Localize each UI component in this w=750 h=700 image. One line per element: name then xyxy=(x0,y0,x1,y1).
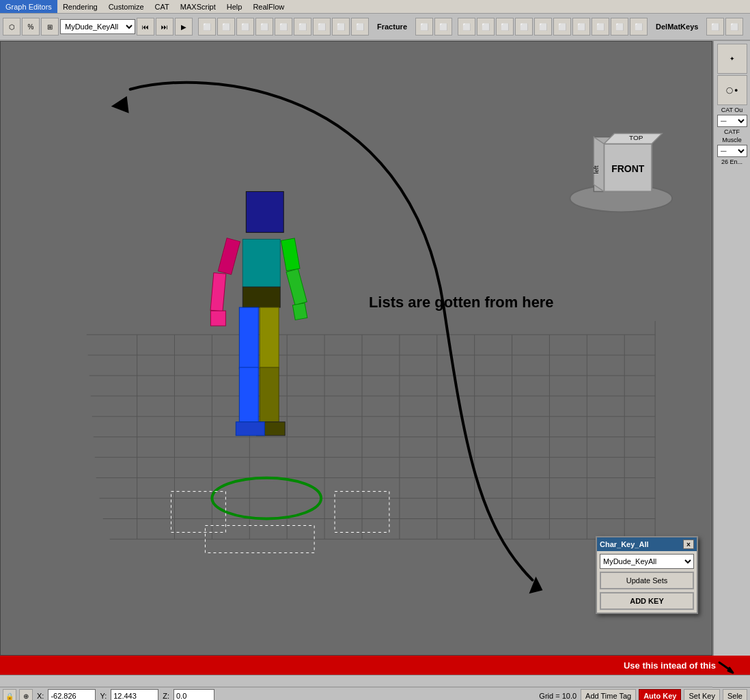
toolbar-icon-6[interactable]: ⬜ xyxy=(236,18,254,36)
toolbar-icon-23[interactable]: ⬜ xyxy=(611,18,628,36)
toolbar: ⬡ % ⊞ MyDude_KeyAll ⏮ ⏭ ▶ ⬜ ⬜ ⬜ ⬜ ⬜ ⬜ ⬜ … xyxy=(0,14,750,41)
play-btn[interactable]: ▶ xyxy=(175,18,193,36)
svg-rect-44 xyxy=(335,492,389,533)
update-sets-button[interactable]: Update Sets xyxy=(600,572,694,589)
svg-rect-30 xyxy=(286,269,307,305)
svg-rect-57 xyxy=(0,675,712,688)
toolbar-icon-26[interactable]: ⬜ xyxy=(725,18,743,36)
toolbar-icon-20[interactable]: ⬜ xyxy=(553,18,571,36)
toolbar-icon-7[interactable]: ⬜ xyxy=(255,18,273,36)
menu-rendering[interactable]: Rendering xyxy=(57,0,103,13)
toolbar-icon-25[interactable]: ⬜ xyxy=(706,18,724,36)
entries-text: 26 En... xyxy=(717,158,747,165)
toolbar-icon-17[interactable]: ⬜ xyxy=(496,18,514,36)
toolbar-icon-11[interactable]: ⬜ xyxy=(332,18,350,36)
svg-rect-41 xyxy=(236,422,264,436)
svg-rect-27 xyxy=(242,239,280,287)
toolbar-icon-15[interactable]: ⬜ xyxy=(458,18,475,36)
menu-maxscript[interactable]: MAXScript xyxy=(175,0,221,13)
svg-rect-28 xyxy=(246,191,283,232)
bottom-red-bar: Use this intead of this xyxy=(0,656,750,675)
svg-marker-54 xyxy=(529,576,543,593)
grid-label: Grid = 10.0 xyxy=(538,692,578,700)
dialog-titlebar: Char_Key_All × xyxy=(597,537,697,551)
toolbar-icon-21[interactable]: ⬜ xyxy=(572,18,590,36)
toolbar-icon-13[interactable]: ⬜ xyxy=(415,18,433,36)
toolbar-icon-1[interactable]: ⬡ xyxy=(3,18,20,36)
dialog-body: MyDude_KeyAll Update Sets ADD KEY xyxy=(597,551,697,613)
snap-icon[interactable]: ⊕ xyxy=(19,689,33,700)
cat-output-label: CAT Ou xyxy=(717,107,747,113)
menu-customize[interactable]: Customize xyxy=(103,0,150,13)
char-dropdown[interactable]: MyDude_KeyAll xyxy=(60,19,135,34)
rpanel-icon-2[interactable]: ◯ ● xyxy=(717,75,747,105)
menu-graph-editors[interactable]: Graph Editors xyxy=(0,0,57,13)
right-panel: ✦ ◯ ● CAT Ou — CATF Muscle — 26 En... xyxy=(712,41,750,656)
dialog-char-dropdown[interactable]: MyDude_KeyAll xyxy=(600,554,694,569)
toolbar-icon-10[interactable]: ⬜ xyxy=(313,18,331,36)
svg-text:FRONT: FRONT xyxy=(611,163,645,174)
select-button[interactable]: Sele xyxy=(723,689,747,700)
menu-cat[interactable]: CAT xyxy=(150,0,175,13)
dialog-close-button[interactable]: × xyxy=(683,540,694,549)
toolbar-icon-19[interactable]: ⬜ xyxy=(534,18,552,36)
rpanel-dropdown-1[interactable]: — xyxy=(717,115,747,127)
svg-rect-32 xyxy=(218,238,240,275)
toolbar-icon-22[interactable]: ⬜ xyxy=(592,18,609,36)
z-label: Z: xyxy=(161,692,171,700)
svg-rect-43 xyxy=(171,492,226,533)
rpanel-icon-1[interactable]: ✦ xyxy=(717,44,747,74)
toolbar-icon-18[interactable]: ⬜ xyxy=(515,18,533,36)
svg-rect-29 xyxy=(281,238,300,271)
menu-realflow[interactable]: RealFlow xyxy=(247,0,290,13)
svg-text:TOP: TOP xyxy=(629,134,643,141)
add-time-tag-button[interactable]: Add Time Tag xyxy=(581,689,636,700)
svg-rect-31 xyxy=(292,303,307,320)
char-key-dialog: Char_Key_All × MyDude_KeyAll Update Sets… xyxy=(596,536,698,614)
svg-rect-33 xyxy=(210,273,226,311)
delmatkeys-label: DelMatKeys xyxy=(653,23,701,31)
timeline[interactable] xyxy=(0,675,750,687)
svg-rect-45 xyxy=(205,526,314,553)
svg-rect-39 xyxy=(239,307,258,369)
svg-marker-52 xyxy=(594,137,604,192)
toolbar-icon-16[interactable]: ⬜ xyxy=(477,18,495,36)
fracture-label: Fracture xyxy=(374,23,410,31)
catf-text: CATF xyxy=(717,128,747,135)
svg-rect-47 xyxy=(594,137,648,192)
next-key-btn[interactable]: ⏭ xyxy=(156,18,173,36)
toolbar-icon-8[interactable]: ⬜ xyxy=(275,18,292,36)
lock-icon[interactable]: 🔒 xyxy=(3,689,16,700)
y-value: 12.443 xyxy=(111,689,158,700)
svg-text:left: left xyxy=(593,165,600,173)
set-key-button[interactable]: Set Key xyxy=(684,689,720,700)
toolbar-icon-2[interactable]: % xyxy=(22,18,40,36)
rpanel-dropdown-2[interactable]: — xyxy=(717,145,747,157)
prev-key-btn[interactable]: ⏮ xyxy=(137,18,154,36)
svg-marker-50 xyxy=(604,134,662,144)
svg-rect-38 xyxy=(256,422,285,436)
dialog-title: Char_Key_All xyxy=(600,540,649,548)
toolbar-icon-14[interactable]: ⬜ xyxy=(434,18,452,36)
toolbar-icon-24[interactable]: ⬜ xyxy=(630,18,648,36)
x-value: -62.826 xyxy=(48,689,96,700)
z-value: 0.0 xyxy=(173,689,214,700)
toolbar-icon-5[interactable]: ⬜ xyxy=(217,18,235,36)
muscle-text: Muscle xyxy=(717,137,747,143)
auto-key-button[interactable]: Auto Key xyxy=(639,689,681,700)
svg-rect-36 xyxy=(260,307,279,369)
add-key-button[interactable]: ADD KEY xyxy=(600,592,694,610)
toolbar-icon-4[interactable]: ⬜ xyxy=(198,18,216,36)
svg-point-42 xyxy=(212,478,321,519)
menu-help[interactable]: Help xyxy=(221,0,248,13)
viewport-3d[interactable]: FRONT TOP left Lists are gotten from her… xyxy=(0,41,712,656)
svg-marker-55 xyxy=(111,96,129,113)
toolbar-icon-12[interactable]: ⬜ xyxy=(351,18,369,36)
toolbar-icon-3[interactable]: ⊞ xyxy=(41,18,59,36)
svg-rect-40 xyxy=(239,367,258,422)
toolbar-icon-9[interactable]: ⬜ xyxy=(294,18,311,36)
svg-rect-37 xyxy=(260,367,279,422)
svg-point-46 xyxy=(570,184,672,212)
menu-bar: Graph Editors Rendering Customize CAT MA… xyxy=(0,0,750,14)
bottom-arrow-icon xyxy=(716,656,736,675)
